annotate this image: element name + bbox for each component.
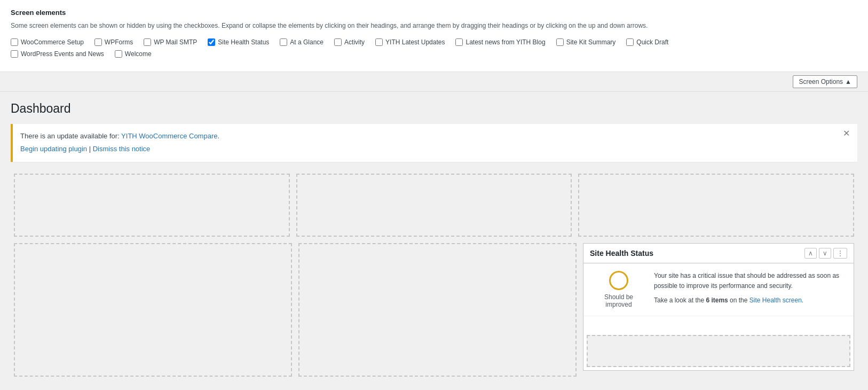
drag-placeholder-1 (14, 174, 290, 237)
site-health-widget: Site Health Status ∧ ∨ ⋮ (583, 243, 854, 371)
screen-options-bar: Screen Options ▲ (0, 72, 868, 92)
drag-placeholder-2 (296, 174, 572, 237)
site-health-header: Site Health Status ∧ ∨ ⋮ (583, 244, 854, 263)
site-health-body: Should be improved Your site has a criti… (583, 263, 854, 316)
checkbox-yith-latest-updates-input[interactable] (375, 38, 383, 46)
checkbox-site-health-status-input[interactable] (208, 38, 215, 46)
checkbox-quick-draft-label: Quick Draft (636, 38, 668, 46)
notice-links: Begin updating plugin | Dismiss this not… (20, 144, 850, 155)
checkbox-welcome[interactable]: Welcome (115, 50, 152, 58)
postbox-footer (583, 316, 854, 332)
notice-plugin-link[interactable]: YITH WooCommerce Compare (121, 132, 217, 140)
health-items-count: 6 items (706, 297, 728, 304)
health-desc-end: . (802, 297, 803, 304)
health-status-label: Should be improved (592, 293, 645, 308)
chevron-down-icon: ∨ (823, 249, 827, 257)
checkbox-latest-news-yith[interactable]: Latest news from YITH Blog (455, 38, 545, 46)
postbox-handle-button[interactable]: ⋮ (833, 248, 847, 259)
checkbox-site-kit-summary-label: Site Kit Summary (566, 38, 616, 46)
checkbox-welcome-label: Welcome (125, 50, 152, 58)
checkbox-at-a-glance-input[interactable] (280, 38, 287, 46)
screen-options-arrow-icon: ▲ (845, 78, 851, 85)
health-icon-area: Should be improved (592, 271, 645, 308)
health-description-line1: Your site has a critical issue that shou… (654, 271, 845, 291)
notice-plugin-name: YITH WooCommerce Compare (121, 132, 217, 140)
checkbox-wordpress-events-label: WordPress Events and News (21, 50, 104, 58)
health-description-line2: Take a look at the 6 items on the Site H… (654, 295, 845, 306)
dashboard-content: Dashboard ✕ There is an update available… (0, 92, 868, 390)
notice-message: There is an update available for: YITH W… (20, 131, 850, 142)
bottom-right-col: Site Health Status ∧ ∨ ⋮ (580, 240, 857, 380)
checkbox-welcome-input[interactable] (115, 50, 122, 58)
screen-options-button-label: Screen Options (799, 78, 843, 85)
top-col-2 (293, 170, 575, 240)
bottom-left-cols (11, 240, 580, 380)
begin-updating-link[interactable]: Begin updating plugin (20, 145, 87, 153)
checkbox-latest-news-yith-label: Latest news from YITH Blog (465, 38, 545, 46)
chevron-up-icon: ∧ (808, 249, 813, 257)
bottom-left-col-1 (11, 240, 295, 380)
notice-prefix: There is an update available for: (20, 132, 121, 140)
checkbox-site-kit-summary[interactable]: Site Kit Summary (556, 38, 616, 46)
health-description: Your site has a critical issue that shou… (654, 271, 845, 306)
top-col-3 (575, 170, 857, 240)
checkbox-wpforms-input[interactable] (94, 38, 102, 46)
checkbox-activity[interactable]: Activity (334, 38, 365, 46)
top-col-1 (11, 170, 293, 240)
drag-placeholder-5 (298, 243, 577, 377)
checkboxes-row-1: WooCommerce Setup WPForms WP Mail SMTP S… (11, 38, 857, 46)
checkbox-at-a-glance[interactable]: At a Glance (280, 38, 323, 46)
postbox-up-button[interactable]: ∧ (804, 248, 817, 259)
checkbox-wpforms-label: WPForms (105, 38, 133, 46)
dismiss-notice-link[interactable]: Dismiss this notice (93, 145, 151, 153)
health-status-circle (609, 271, 628, 290)
checkbox-latest-news-yith-input[interactable] (455, 38, 463, 46)
bottom-section: Site Health Status ∧ ∨ ⋮ (11, 240, 857, 380)
checkbox-activity-input[interactable] (334, 38, 342, 46)
screen-options-panel: Screen elements Some screen elements can… (0, 0, 868, 72)
health-desc-middle: on the (728, 297, 749, 304)
site-health-title: Site Health Status (590, 249, 653, 258)
handle-icon: ⋮ (837, 249, 843, 257)
checkbox-wpforms[interactable]: WPForms (94, 38, 133, 46)
screen-elements-description: Some screen elements can be shown or hid… (11, 21, 857, 31)
notice-suffix: . (217, 132, 219, 140)
checkbox-activity-label: Activity (344, 38, 365, 46)
site-health-screen-link[interactable]: Site Health screen (749, 297, 802, 304)
checkbox-woocommerce-setup-input[interactable] (11, 38, 18, 46)
top-columns (11, 170, 857, 240)
page-title: Dashboard (11, 102, 857, 116)
drag-placeholder-6 (587, 335, 850, 367)
checkbox-site-health-status[interactable]: Site Health Status (208, 38, 269, 46)
drag-placeholder-3 (578, 174, 854, 237)
checkbox-quick-draft[interactable]: Quick Draft (626, 38, 668, 46)
checkbox-wp-mail-smtp-input[interactable] (144, 38, 151, 46)
checkbox-woocommerce-setup[interactable]: WooCommerce Setup (11, 38, 84, 46)
checkbox-yith-latest-updates[interactable]: YITH Latest Updates (375, 38, 445, 46)
checkbox-wordpress-events-input[interactable] (11, 50, 18, 58)
postbox-controls: ∧ ∨ ⋮ (804, 248, 847, 259)
site-health-link-text: Site Health screen (749, 297, 802, 304)
checkbox-at-a-glance-label: At a Glance (290, 38, 323, 46)
screen-elements-title: Screen elements (11, 9, 857, 17)
checkbox-site-health-status-label: Site Health Status (218, 38, 269, 46)
checkbox-wordpress-events[interactable]: WordPress Events and News (11, 50, 104, 58)
drag-placeholder-4 (14, 243, 292, 377)
update-notice: ✕ There is an update available for: YITH… (11, 124, 857, 162)
screen-options-button[interactable]: Screen Options ▲ (793, 75, 857, 88)
checkbox-quick-draft-input[interactable] (626, 38, 634, 46)
checkbox-woocommerce-setup-label: WooCommerce Setup (21, 38, 84, 46)
health-desc-prefix: Take a look at the (654, 297, 706, 304)
checkboxes-row-2: WordPress Events and News Welcome (11, 50, 857, 58)
checkbox-wp-mail-smtp-label: WP Mail SMTP (154, 38, 197, 46)
checkbox-wp-mail-smtp[interactable]: WP Mail SMTP (144, 38, 197, 46)
notice-dismiss-x-button[interactable]: ✕ (841, 128, 852, 139)
checkbox-yith-latest-updates-label: YITH Latest Updates (385, 38, 445, 46)
checkbox-site-kit-summary-input[interactable] (556, 38, 564, 46)
postbox-down-button[interactable]: ∨ (819, 248, 831, 259)
notice-separator: | (89, 145, 93, 153)
bottom-left-col-2 (295, 240, 580, 380)
